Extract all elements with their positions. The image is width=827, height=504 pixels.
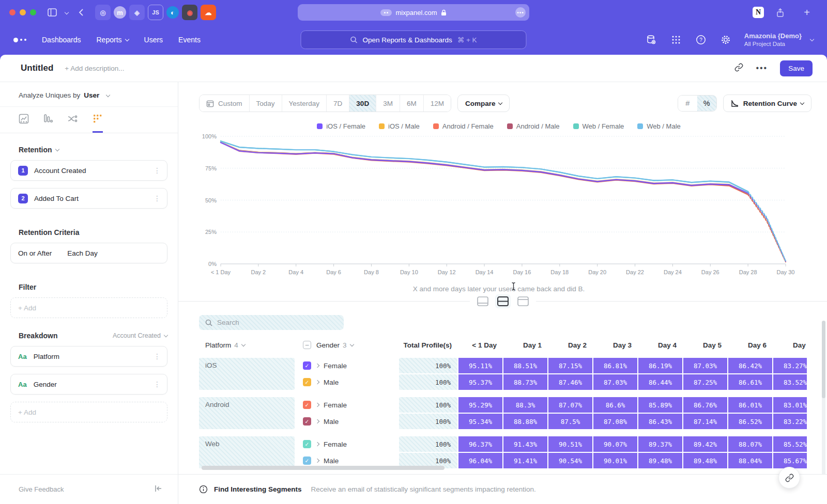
retention-step-card[interactable]: 1Account Created⋮ bbox=[10, 160, 167, 181]
legend-item[interactable]: iOS / Male bbox=[379, 122, 420, 130]
notion-icon[interactable]: N bbox=[753, 7, 764, 18]
date-range-custom[interactable]: Custom bbox=[200, 95, 250, 112]
horizontal-scrollbar[interactable] bbox=[202, 466, 445, 470]
day-column-header[interactable]: Day 4 bbox=[639, 341, 683, 349]
series-checkbox[interactable]: ✓ bbox=[303, 401, 311, 409]
project-switcher[interactable]: Amazonia {Demo} All Project Data bbox=[744, 32, 814, 48]
tab-chevron-icon[interactable] bbox=[63, 6, 70, 19]
date-range-6m[interactable]: 6M bbox=[400, 95, 424, 112]
date-range-12m[interactable]: 12M bbox=[424, 95, 451, 112]
expand-row-icon[interactable] bbox=[315, 403, 319, 407]
date-range-today[interactable]: Today bbox=[250, 95, 282, 112]
legend-item[interactable]: Web / Male bbox=[637, 122, 681, 130]
address-bar[interactable]: mixpanel.com ••• bbox=[298, 4, 529, 21]
date-range-7d[interactable]: 7D bbox=[327, 95, 349, 112]
find-segments-title[interactable]: Find Interesting Segments bbox=[214, 485, 302, 493]
nav-item-reports[interactable]: Reports bbox=[97, 36, 129, 44]
criteria-each-day[interactable]: Each Day bbox=[67, 249, 98, 257]
tab-retention[interactable] bbox=[93, 114, 103, 133]
compare-button[interactable]: Compare bbox=[457, 94, 510, 112]
absolute-numbers-toggle[interactable]: # bbox=[678, 96, 697, 111]
retention-step-card[interactable]: 2Added To Cart⋮ bbox=[10, 188, 167, 209]
series-checkbox[interactable]: ✓ bbox=[303, 456, 311, 465]
legend-item[interactable]: iOS / Female bbox=[317, 122, 365, 130]
chart-only-view-toggle[interactable] bbox=[475, 294, 491, 308]
nav-item-events[interactable]: Events bbox=[178, 36, 201, 44]
indeterminate-checkbox[interactable]: – bbox=[303, 341, 311, 349]
more-options-icon[interactable]: ⋮ bbox=[154, 166, 161, 175]
global-search[interactable]: Open Reports & Dashboards ⌘ + K bbox=[301, 30, 527, 49]
expand-row-icon[interactable] bbox=[315, 419, 319, 423]
series-checkbox[interactable]: ✓ bbox=[303, 417, 311, 426]
tab-insights[interactable] bbox=[19, 114, 29, 133]
day-column-header[interactable]: < 1 Day bbox=[460, 341, 503, 349]
date-range-30d[interactable]: 30D bbox=[349, 95, 376, 112]
more-options-icon[interactable]: ⋮ bbox=[154, 380, 161, 388]
day-column-header[interactable]: Day 5 bbox=[684, 341, 728, 349]
sidebar-toggle-icon[interactable] bbox=[45, 6, 59, 19]
back-icon[interactable] bbox=[74, 6, 88, 19]
series-checkbox[interactable]: ✓ bbox=[303, 378, 311, 386]
split-view-toggle[interactable] bbox=[495, 294, 511, 308]
give-feedback-link[interactable]: Give Feedback bbox=[19, 485, 64, 493]
more-options-icon[interactable]: ⋮ bbox=[154, 352, 161, 360]
retention-line-chart[interactable]: 0%25%50%75%100%< 1 DayDay 2Day 4Day 6Day… bbox=[199, 132, 799, 279]
cube-icon[interactable]: ◈ bbox=[129, 5, 145, 20]
share-icon[interactable] bbox=[773, 6, 787, 19]
gender-column-header[interactable]: – Gender3 bbox=[296, 341, 399, 349]
expand-row-icon[interactable] bbox=[315, 459, 319, 463]
percent-toggle[interactable]: % bbox=[697, 96, 716, 111]
more-options-icon[interactable]: ⋮ bbox=[154, 194, 161, 202]
breakdown-card-gender[interactable]: AaGender⋮ bbox=[10, 374, 167, 395]
window-controls[interactable] bbox=[9, 9, 36, 15]
table-search-input[interactable]: Search bbox=[199, 315, 344, 330]
criteria-on-or-after[interactable]: On or After bbox=[18, 249, 52, 257]
page-actions-icon[interactable]: ••• bbox=[515, 7, 526, 18]
add-breakdown-button[interactable]: + Add bbox=[10, 402, 167, 422]
day-column-header[interactable]: Day 2 bbox=[549, 341, 593, 349]
new-tab-icon[interactable]: + bbox=[800, 6, 814, 19]
retention-criteria-card[interactable]: On or After Each Day bbox=[10, 243, 167, 263]
help-icon[interactable]: ? bbox=[695, 34, 707, 46]
copy-link-icon[interactable] bbox=[734, 63, 743, 74]
more-actions-icon[interactable]: ••• bbox=[756, 64, 768, 73]
series-checkbox[interactable]: ✓ bbox=[303, 361, 311, 370]
close-window-icon[interactable] bbox=[9, 9, 16, 15]
notes-icon[interactable]: ◉ bbox=[182, 5, 197, 20]
apps-grid-icon[interactable] bbox=[670, 34, 682, 46]
table-only-view-toggle[interactable] bbox=[515, 294, 531, 308]
breakdown-card-platform[interactable]: AaPlatform⋮ bbox=[10, 346, 167, 367]
expand-row-icon[interactable] bbox=[315, 364, 319, 368]
mixpanel-logo-icon[interactable] bbox=[13, 38, 26, 42]
platform-column-header[interactable]: Platform4 bbox=[199, 341, 295, 349]
date-range-3m[interactable]: 3M bbox=[376, 95, 400, 112]
collapse-sidebar-icon[interactable] bbox=[155, 485, 162, 494]
tab-funnels[interactable] bbox=[43, 114, 53, 133]
nav-item-users[interactable]: Users bbox=[144, 36, 163, 44]
series-checkbox[interactable]: ✓ bbox=[303, 440, 311, 448]
js-icon[interactable]: JS bbox=[148, 5, 163, 20]
total-profiles-header[interactable]: Total Profile(s) bbox=[400, 341, 458, 349]
maximize-window-icon[interactable] bbox=[30, 9, 36, 15]
series-line-web-female[interactable] bbox=[221, 141, 748, 192]
vertical-scrollbar[interactable] bbox=[822, 321, 825, 485]
retention-section-label[interactable]: Retention bbox=[0, 133, 178, 160]
data-management-icon[interactable] bbox=[645, 34, 657, 46]
report-title[interactable]: Untitled bbox=[21, 63, 53, 73]
tab-flows[interactable] bbox=[67, 114, 79, 133]
save-button[interactable]: Save bbox=[780, 60, 813, 76]
expand-row-icon[interactable] bbox=[315, 442, 319, 446]
legend-item[interactable]: Android / Female bbox=[433, 122, 494, 130]
nav-item-dashboards[interactable]: Dashboards bbox=[42, 36, 81, 44]
share-link-fab[interactable] bbox=[778, 467, 800, 489]
extension-icons[interactable]: ◎m◈JS◐◉☁ bbox=[95, 5, 216, 20]
target-icon[interactable]: ◎ bbox=[95, 5, 111, 20]
avatar-m-icon[interactable]: m bbox=[114, 6, 126, 19]
day-column-header[interactable]: Day 7 bbox=[774, 341, 807, 349]
day-column-header[interactable]: Day 1 bbox=[504, 341, 548, 349]
add-description[interactable]: + Add description... bbox=[65, 65, 124, 72]
minimize-window-icon[interactable] bbox=[20, 9, 26, 15]
soundcloud-icon[interactable]: ☁ bbox=[201, 5, 216, 20]
day-column-header[interactable]: Day 3 bbox=[594, 341, 638, 349]
chart-type-dropdown[interactable]: Retention Curve bbox=[723, 94, 811, 112]
